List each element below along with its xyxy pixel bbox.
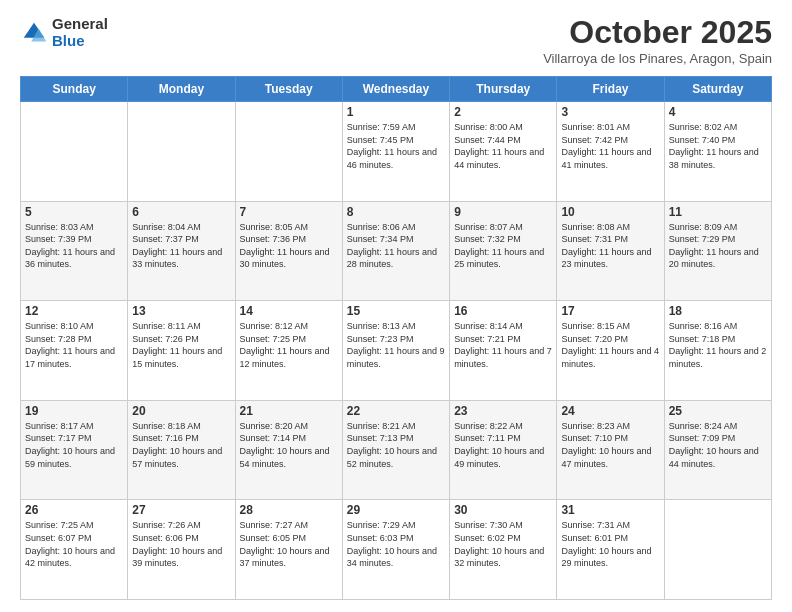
- day-number: 9: [454, 205, 552, 219]
- day-number: 1: [347, 105, 445, 119]
- day-info: Sunrise: 8:10 AMSunset: 7:28 PMDaylight:…: [25, 320, 123, 370]
- day-info: Sunrise: 8:12 AMSunset: 7:25 PMDaylight:…: [240, 320, 338, 370]
- day-number: 2: [454, 105, 552, 119]
- day-number: 24: [561, 404, 659, 418]
- calendar-cell: 25Sunrise: 8:24 AMSunset: 7:09 PMDayligh…: [664, 400, 771, 500]
- day-info: Sunrise: 8:07 AMSunset: 7:32 PMDaylight:…: [454, 221, 552, 271]
- day-number: 16: [454, 304, 552, 318]
- calendar-cell: 2Sunrise: 8:00 AMSunset: 7:44 PMDaylight…: [450, 102, 557, 202]
- day-info: Sunrise: 8:16 AMSunset: 7:18 PMDaylight:…: [669, 320, 767, 370]
- day-info: Sunrise: 8:02 AMSunset: 7:40 PMDaylight:…: [669, 121, 767, 171]
- day-info: Sunrise: 8:14 AMSunset: 7:21 PMDaylight:…: [454, 320, 552, 370]
- logo-text: General Blue: [52, 16, 108, 49]
- calendar-cell: 9Sunrise: 8:07 AMSunset: 7:32 PMDaylight…: [450, 201, 557, 301]
- day-info: Sunrise: 8:15 AMSunset: 7:20 PMDaylight:…: [561, 320, 659, 370]
- calendar-day-header: Thursday: [450, 77, 557, 102]
- day-number: 21: [240, 404, 338, 418]
- day-info: Sunrise: 8:18 AMSunset: 7:16 PMDaylight:…: [132, 420, 230, 470]
- day-info: Sunrise: 7:59 AMSunset: 7:45 PMDaylight:…: [347, 121, 445, 171]
- day-number: 17: [561, 304, 659, 318]
- calendar-cell: 24Sunrise: 8:23 AMSunset: 7:10 PMDayligh…: [557, 400, 664, 500]
- day-number: 4: [669, 105, 767, 119]
- calendar-cell: 13Sunrise: 8:11 AMSunset: 7:26 PMDayligh…: [128, 301, 235, 401]
- calendar-cell: 8Sunrise: 8:06 AMSunset: 7:34 PMDaylight…: [342, 201, 449, 301]
- calendar-week-row: 5Sunrise: 8:03 AMSunset: 7:39 PMDaylight…: [21, 201, 772, 301]
- logo-icon: [20, 19, 48, 47]
- calendar-cell: 15Sunrise: 8:13 AMSunset: 7:23 PMDayligh…: [342, 301, 449, 401]
- day-number: 31: [561, 503, 659, 517]
- day-number: 22: [347, 404, 445, 418]
- calendar-day-header: Wednesday: [342, 77, 449, 102]
- day-number: 11: [669, 205, 767, 219]
- day-info: Sunrise: 8:06 AMSunset: 7:34 PMDaylight:…: [347, 221, 445, 271]
- calendar-day-header: Tuesday: [235, 77, 342, 102]
- calendar-day-header: Monday: [128, 77, 235, 102]
- day-number: 27: [132, 503, 230, 517]
- calendar-day-header: Saturday: [664, 77, 771, 102]
- day-info: Sunrise: 8:08 AMSunset: 7:31 PMDaylight:…: [561, 221, 659, 271]
- day-info: Sunrise: 7:30 AMSunset: 6:02 PMDaylight:…: [454, 519, 552, 569]
- day-info: Sunrise: 7:29 AMSunset: 6:03 PMDaylight:…: [347, 519, 445, 569]
- calendar-cell: 28Sunrise: 7:27 AMSunset: 6:05 PMDayligh…: [235, 500, 342, 600]
- calendar-cell: [664, 500, 771, 600]
- calendar-cell: [21, 102, 128, 202]
- calendar-week-row: 19Sunrise: 8:17 AMSunset: 7:17 PMDayligh…: [21, 400, 772, 500]
- calendar-cell: 14Sunrise: 8:12 AMSunset: 7:25 PMDayligh…: [235, 301, 342, 401]
- day-info: Sunrise: 7:31 AMSunset: 6:01 PMDaylight:…: [561, 519, 659, 569]
- calendar-cell: 31Sunrise: 7:31 AMSunset: 6:01 PMDayligh…: [557, 500, 664, 600]
- calendar-cell: 6Sunrise: 8:04 AMSunset: 7:37 PMDaylight…: [128, 201, 235, 301]
- calendar-cell: 11Sunrise: 8:09 AMSunset: 7:29 PMDayligh…: [664, 201, 771, 301]
- day-info: Sunrise: 8:04 AMSunset: 7:37 PMDaylight:…: [132, 221, 230, 271]
- calendar-cell: 20Sunrise: 8:18 AMSunset: 7:16 PMDayligh…: [128, 400, 235, 500]
- calendar-cell: 10Sunrise: 8:08 AMSunset: 7:31 PMDayligh…: [557, 201, 664, 301]
- day-number: 28: [240, 503, 338, 517]
- calendar-day-header: Friday: [557, 77, 664, 102]
- day-number: 29: [347, 503, 445, 517]
- location-subtitle: Villarroya de los Pinares, Aragon, Spain: [543, 51, 772, 66]
- calendar-cell: 27Sunrise: 7:26 AMSunset: 6:06 PMDayligh…: [128, 500, 235, 600]
- logo-general: General: [52, 16, 108, 33]
- day-number: 26: [25, 503, 123, 517]
- day-number: 14: [240, 304, 338, 318]
- day-info: Sunrise: 7:25 AMSunset: 6:07 PMDaylight:…: [25, 519, 123, 569]
- day-number: 13: [132, 304, 230, 318]
- day-number: 3: [561, 105, 659, 119]
- day-info: Sunrise: 8:21 AMSunset: 7:13 PMDaylight:…: [347, 420, 445, 470]
- day-number: 25: [669, 404, 767, 418]
- calendar-cell: 22Sunrise: 8:21 AMSunset: 7:13 PMDayligh…: [342, 400, 449, 500]
- day-number: 10: [561, 205, 659, 219]
- day-number: 23: [454, 404, 552, 418]
- calendar-cell: 5Sunrise: 8:03 AMSunset: 7:39 PMDaylight…: [21, 201, 128, 301]
- calendar-cell: 18Sunrise: 8:16 AMSunset: 7:18 PMDayligh…: [664, 301, 771, 401]
- day-info: Sunrise: 8:23 AMSunset: 7:10 PMDaylight:…: [561, 420, 659, 470]
- day-info: Sunrise: 8:20 AMSunset: 7:14 PMDaylight:…: [240, 420, 338, 470]
- calendar-cell: 30Sunrise: 7:30 AMSunset: 6:02 PMDayligh…: [450, 500, 557, 600]
- calendar-cell: 1Sunrise: 7:59 AMSunset: 7:45 PMDaylight…: [342, 102, 449, 202]
- page: General Blue October 2025 Villarroya de …: [0, 0, 792, 612]
- calendar-week-row: 26Sunrise: 7:25 AMSunset: 6:07 PMDayligh…: [21, 500, 772, 600]
- day-info: Sunrise: 8:22 AMSunset: 7:11 PMDaylight:…: [454, 420, 552, 470]
- day-number: 15: [347, 304, 445, 318]
- calendar-cell: 12Sunrise: 8:10 AMSunset: 7:28 PMDayligh…: [21, 301, 128, 401]
- calendar-week-row: 1Sunrise: 7:59 AMSunset: 7:45 PMDaylight…: [21, 102, 772, 202]
- day-info: Sunrise: 8:01 AMSunset: 7:42 PMDaylight:…: [561, 121, 659, 171]
- calendar-cell: 23Sunrise: 8:22 AMSunset: 7:11 PMDayligh…: [450, 400, 557, 500]
- header: General Blue October 2025 Villarroya de …: [20, 16, 772, 66]
- calendar-cell: 7Sunrise: 8:05 AMSunset: 7:36 PMDaylight…: [235, 201, 342, 301]
- day-number: 30: [454, 503, 552, 517]
- day-info: Sunrise: 8:17 AMSunset: 7:17 PMDaylight:…: [25, 420, 123, 470]
- calendar-cell: 21Sunrise: 8:20 AMSunset: 7:14 PMDayligh…: [235, 400, 342, 500]
- day-number: 18: [669, 304, 767, 318]
- day-number: 7: [240, 205, 338, 219]
- calendar-cell: 3Sunrise: 8:01 AMSunset: 7:42 PMDaylight…: [557, 102, 664, 202]
- calendar-week-row: 12Sunrise: 8:10 AMSunset: 7:28 PMDayligh…: [21, 301, 772, 401]
- title-section: October 2025 Villarroya de los Pinares, …: [543, 16, 772, 66]
- day-number: 5: [25, 205, 123, 219]
- day-info: Sunrise: 8:05 AMSunset: 7:36 PMDaylight:…: [240, 221, 338, 271]
- calendar-table: SundayMondayTuesdayWednesdayThursdayFrid…: [20, 76, 772, 600]
- calendar-cell: 17Sunrise: 8:15 AMSunset: 7:20 PMDayligh…: [557, 301, 664, 401]
- day-info: Sunrise: 8:13 AMSunset: 7:23 PMDaylight:…: [347, 320, 445, 370]
- day-number: 19: [25, 404, 123, 418]
- day-number: 12: [25, 304, 123, 318]
- calendar-cell: 19Sunrise: 8:17 AMSunset: 7:17 PMDayligh…: [21, 400, 128, 500]
